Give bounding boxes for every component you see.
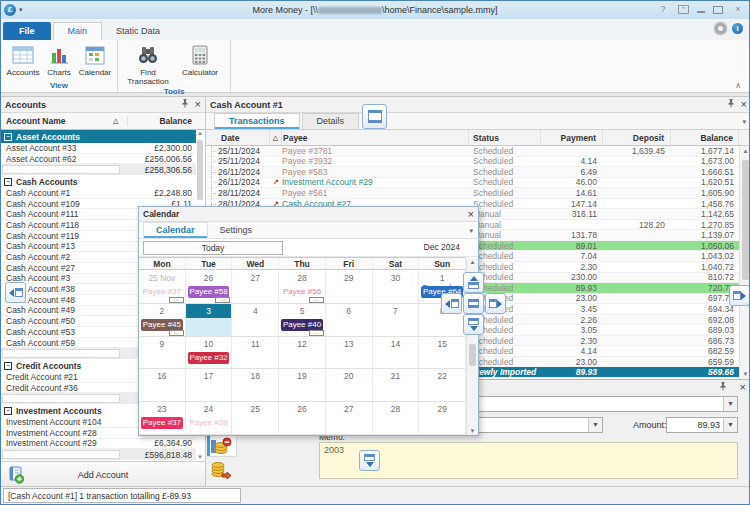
payee-event-badge[interactable]: Payee #32 xyxy=(188,352,230,364)
tab-static-data[interactable]: Static Data xyxy=(102,23,174,40)
calendar-day-cell[interactable]: 4 xyxy=(232,304,279,336)
dropdown-arrow-icon[interactable]: ▼ xyxy=(588,418,602,432)
column-balance[interactable]: Balance xyxy=(127,116,205,126)
collapse-icon[interactable]: − xyxy=(4,362,12,370)
quick-access-arrow-icon[interactable]: ▾ xyxy=(19,6,23,14)
calendar-day-cell[interactable]: 2Payee #45··· xyxy=(139,304,186,336)
tab-file[interactable]: File xyxy=(3,22,51,40)
column-balance[interactable]: Balance xyxy=(671,130,739,145)
pin-icon[interactable] xyxy=(181,99,189,110)
calendar-day-cell[interactable]: 26Payee #58··· xyxy=(186,271,233,303)
calendar-day-cell[interactable]: 11 xyxy=(232,337,279,369)
calendar-day-cell[interactable]: 5Payee #40··· xyxy=(279,304,326,336)
collapse-icon[interactable]: − xyxy=(4,178,12,186)
calendar-day-cell[interactable]: 20 xyxy=(326,369,373,401)
column-status[interactable]: Status xyxy=(469,130,541,145)
tab-settings[interactable]: Settings xyxy=(208,223,265,238)
help-icon[interactable]: ? xyxy=(656,3,670,16)
column-payee[interactable]: Payee xyxy=(282,130,469,145)
calendar-day-cell[interactable]: 9 xyxy=(139,337,186,369)
transactions-scrollbar[interactable]: ▲ ▼ xyxy=(739,146,750,379)
sort-asc-icon[interactable]: △ xyxy=(270,130,282,145)
title-bar[interactable]: £ ▾ More Money - [\\\home\Finance\sample… xyxy=(1,1,749,19)
account-row[interactable]: Asset Account #62£256,006.56 xyxy=(1,154,196,165)
calendar-day-cell[interactable]: 16 xyxy=(139,369,186,401)
remove-transaction-button[interactable] xyxy=(207,435,237,457)
about-icon[interactable]: i xyxy=(732,23,743,34)
calendar-day-cell[interactable]: 17 xyxy=(186,369,233,401)
calendar-day-cell[interactable]: 30 xyxy=(373,271,420,303)
find-transaction-button[interactable]: Find Transaction xyxy=(122,42,174,86)
calendar-day-cell[interactable]: 10Payee #32 xyxy=(186,337,233,369)
pin-icon[interactable] xyxy=(719,382,727,393)
dropdown-arrow-icon[interactable]: ▼ xyxy=(723,397,737,411)
calendar-day-cell[interactable]: 3 xyxy=(186,304,233,336)
column-account-name[interactable]: Account Name xyxy=(1,116,113,126)
account-row[interactable]: Asset Account #33£2,300.00 xyxy=(1,143,196,154)
calendar-day-cell[interactable]: 6 xyxy=(326,304,373,336)
tab-main[interactable]: Main xyxy=(53,22,103,40)
dock-guide-cluster-up[interactable] xyxy=(463,272,484,293)
calendar-day-cell[interactable]: 14 xyxy=(373,337,420,369)
close-panel-icon[interactable]: × xyxy=(741,99,747,110)
account-group-header[interactable]: −Cash Accounts xyxy=(1,175,196,188)
minimize-icon[interactable] xyxy=(697,7,705,13)
dock-guide-cluster-center[interactable] xyxy=(463,293,484,314)
calendar-day-cell[interactable]: 19 xyxy=(279,369,326,401)
transactions-column-header[interactable]: Date △ Payee Status Payment Deposit Bala… xyxy=(206,130,750,146)
dock-guide-cluster-right[interactable] xyxy=(485,293,506,314)
memo-textarea[interactable]: 2003 xyxy=(319,442,738,479)
account-group-header[interactable]: −Asset Accounts xyxy=(1,130,196,143)
calendar-day-cell[interactable]: 25 xyxy=(232,402,279,434)
dock-guide-cluster-left[interactable] xyxy=(441,293,462,314)
dock-guide-right-edge[interactable] xyxy=(729,285,750,306)
tab-details[interactable]: Details xyxy=(302,113,360,129)
calendar-day-cell[interactable]: 28 xyxy=(373,402,420,434)
transaction-row[interactable]: 26/11/2024↗Investment Account #29Schedul… xyxy=(206,178,739,189)
charts-button[interactable]: Charts xyxy=(41,42,77,77)
accounts-button[interactable]: Accounts xyxy=(5,42,41,77)
dock-guide-tab[interactable] xyxy=(362,104,387,129)
payee-event-badge[interactable]: Payee #37 xyxy=(141,417,183,429)
more-events-indicator[interactable]: ··· xyxy=(215,297,230,303)
ribbon-options-icon[interactable]: ⌃ xyxy=(678,5,689,14)
maximize-icon[interactable] xyxy=(713,6,723,14)
calendar-day-cell[interactable]: 27 xyxy=(326,402,373,434)
transaction-row[interactable]: 25/11/2024Payee #3932Scheduled4.141,673.… xyxy=(206,157,739,168)
transaction-row[interactable]: 25/11/2024Payee #3781Scheduled1,639.451,… xyxy=(206,146,739,157)
calendar-day-cell[interactable]: 27 xyxy=(232,271,279,303)
calendar-button[interactable]: Calendar xyxy=(77,42,113,77)
ribbon-collapse-icon[interactable]: ∧ xyxy=(735,81,741,90)
tab-transactions[interactable]: Transactions xyxy=(214,113,300,129)
collapse-icon[interactable]: − xyxy=(4,133,12,141)
calendar-day-cell[interactable]: 15 xyxy=(419,337,466,369)
dock-guide-bottom[interactable] xyxy=(359,450,380,471)
add-account-button[interactable]: Add Account xyxy=(1,461,205,487)
scroll-up-icon[interactable]: ▲ xyxy=(740,148,750,154)
payee-event-badge[interactable]: Payee #39 xyxy=(188,417,230,429)
scroll-thumb[interactable] xyxy=(469,344,476,366)
transaction-row[interactable]: 26/11/2024Payee #583Scheduled6.491,666.5… xyxy=(206,167,739,178)
calendar-day-cell[interactable]: 21 xyxy=(373,369,420,401)
sort-asc-icon[interactable]: △ xyxy=(113,117,127,125)
calendar-day-cell[interactable]: 7 xyxy=(373,304,420,336)
tab-calendar[interactable]: Calendar xyxy=(143,222,208,238)
more-events-indicator[interactable]: ··· xyxy=(169,297,184,303)
more-events-indicator[interactable]: ··· xyxy=(169,330,184,336)
column-payment[interactable]: Payment xyxy=(541,130,603,145)
app-logo-icon[interactable]: £ xyxy=(4,4,16,16)
close-icon[interactable]: × xyxy=(731,3,745,16)
scroll-down-icon[interactable]: ▼ xyxy=(467,428,478,434)
scroll-down-icon[interactable]: ▼ xyxy=(196,454,204,460)
scroll-down-icon[interactable]: ▼ xyxy=(740,371,750,377)
scroll-up-icon[interactable]: ▲ xyxy=(196,130,204,136)
column-date[interactable]: Date xyxy=(218,130,270,145)
account-row[interactable]: Investment Account #29£6,364.90 xyxy=(1,439,196,450)
column-deposit[interactable]: Deposit xyxy=(603,130,671,145)
account-row[interactable]: Cash Account #1£2,248.80 xyxy=(1,188,196,199)
calendar-day-cell[interactable]: 28Payee #56··· xyxy=(279,271,326,303)
pin-icon[interactable] xyxy=(727,99,735,110)
panel-menu-icon[interactable]: ▾ xyxy=(469,227,473,235)
calendar-day-cell[interactable]: 29 xyxy=(419,402,466,434)
calendar-day-cell[interactable]: 18 xyxy=(232,369,279,401)
